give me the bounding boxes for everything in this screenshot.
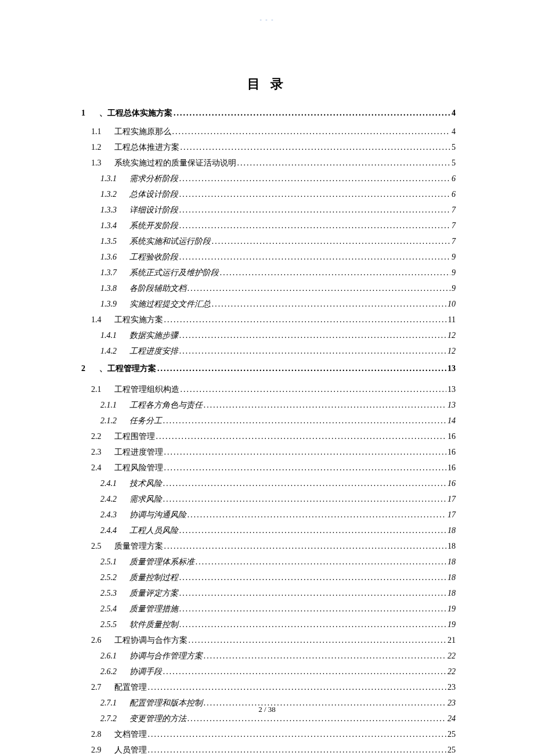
toc-entry[interactable]: 2.6.1协调与合作管理方案22 bbox=[78, 651, 456, 661]
toc-entry-page: 4 bbox=[452, 127, 456, 136]
toc-entry[interactable]: 1.3.4系统开发阶段7 bbox=[78, 221, 456, 231]
toc-entry[interactable]: 1.3系统实施过程的质量保证活动说明5 bbox=[78, 158, 456, 168]
toc-entry-page: 9 bbox=[452, 253, 456, 262]
toc-entry-page: 18 bbox=[448, 557, 456, 567]
toc-entry-page: 23 bbox=[448, 683, 456, 692]
toc-leader-dots bbox=[179, 573, 446, 582]
toc-leader-dots bbox=[163, 667, 446, 676]
toc-entry-number: 1.4 bbox=[91, 315, 102, 325]
toc-entry-label: 工程围管理 bbox=[114, 431, 155, 442]
toc-entry-label: 工程管理组织构造 bbox=[114, 384, 179, 395]
toc-entry[interactable]: 2.4.4工程人员风险18 bbox=[78, 525, 456, 536]
toc-leader-dots bbox=[164, 448, 447, 457]
toc-entry[interactable]: 2.1.2任务分工14 bbox=[78, 416, 456, 426]
toc-entry-page: 7 bbox=[452, 221, 456, 231]
toc-entry-label: 协调与合作管理方案 bbox=[129, 651, 203, 661]
toc-entry[interactable]: 1.3.6工程验收阶段9 bbox=[78, 252, 456, 262]
toc-entry-number: 2.8 bbox=[91, 730, 102, 739]
toc-entry-number: 2.1 bbox=[91, 385, 102, 394]
toc-entry[interactable]: 1.4工程实施方案11 bbox=[78, 315, 456, 325]
toc-entry-page: 12 bbox=[448, 347, 456, 356]
toc-entry[interactable]: 1.3.2总体设计阶段6 bbox=[78, 189, 456, 200]
toc-entry[interactable]: 2.5质量管理方案18 bbox=[78, 541, 456, 552]
toc-leader-dots bbox=[156, 432, 447, 441]
toc-entry[interactable]: 2.7配置管理23 bbox=[78, 682, 456, 693]
toc-entry[interactable]: 1.3.3详细设计阶段7 bbox=[78, 205, 456, 215]
toc-entry-label: 系统开发阶段 bbox=[129, 221, 178, 231]
toc-entry-number: 1.3.5 bbox=[100, 237, 117, 246]
toc-entry-page: 7 bbox=[452, 206, 456, 215]
toc-leader-dots bbox=[212, 237, 450, 246]
toc-entry[interactable]: 1.3.7系统正式运行及维护阶段9 bbox=[78, 268, 456, 278]
toc-entry[interactable]: 1.2工程总体推进方案5 bbox=[78, 142, 456, 153]
toc-entry[interactable]: 2.5.1质量管理体系标准18 bbox=[78, 557, 456, 567]
toc-entry-page: 22 bbox=[448, 651, 456, 661]
toc-entry-label: 、工程总体实施方案 bbox=[99, 108, 172, 118]
toc-entry[interactable]: 2.9人员管理25 bbox=[78, 745, 456, 755]
toc-entry[interactable]: 2.4.3协调与沟通风险17 bbox=[78, 510, 456, 520]
toc-entry[interactable]: 1、工程总体实施方案4 bbox=[78, 108, 456, 118]
toc-entry[interactable]: 2.1.1工程各方角色与责任13 bbox=[78, 400, 456, 411]
toc-entry[interactable]: 2.4.1技术风险16 bbox=[78, 478, 456, 489]
toc-entry[interactable]: 2.5.4质量管理措施19 bbox=[78, 604, 456, 614]
toc-entry[interactable]: 1.3.9实施过程提交文件汇总10 bbox=[78, 299, 456, 309]
toc-leader-dots bbox=[148, 730, 447, 739]
toc-entry[interactable]: 1.1工程实施原那么4 bbox=[78, 127, 456, 137]
toc-entry-page: 5 bbox=[452, 159, 456, 168]
toc-entry[interactable]: 2.7.2变更管理的方法24 bbox=[78, 714, 456, 724]
toc-entry-number: 2.4.2 bbox=[100, 495, 117, 504]
toc-entry-number: 2.5.2 bbox=[100, 573, 117, 582]
toc-leader-dots bbox=[179, 620, 446, 629]
toc-entry-label: 技术风险 bbox=[129, 478, 162, 489]
toc-entry[interactable]: 1.3.5系统实施和试运行阶段7 bbox=[78, 236, 456, 247]
toc-entry[interactable]: 1.3.1需求分析阶段6 bbox=[78, 174, 456, 184]
toc-entry[interactable]: 1.4.1数据实施步骤12 bbox=[78, 330, 456, 341]
toc-entry-label: 软件质量控制 bbox=[129, 620, 178, 630]
toc-entry-label: 协调手段 bbox=[129, 667, 162, 677]
toc-entry-page: 11 bbox=[448, 315, 456, 325]
toc-entry-page: 18 bbox=[448, 526, 456, 535]
toc-entry-page: 16 bbox=[448, 463, 456, 473]
toc-entry-number: 1.4.2 bbox=[100, 347, 117, 356]
toc-entry-label: 协调与沟通风险 bbox=[129, 510, 186, 520]
toc-entry-page: 6 bbox=[452, 190, 456, 199]
toc-leader-dots bbox=[189, 636, 447, 645]
toc-leader-dots bbox=[179, 221, 450, 231]
toc-entry-page: 13 bbox=[448, 401, 456, 410]
toc-entry-number: 1.2 bbox=[91, 143, 102, 152]
toc-entry[interactable]: 2.6.2协调手段22 bbox=[78, 667, 456, 677]
toc-entry[interactable]: 1.4.2工程进度安排12 bbox=[78, 346, 456, 357]
toc-leader-dots bbox=[204, 651, 446, 661]
toc-entry-label: 任务分工 bbox=[129, 416, 162, 426]
toc-entry-number: 2.1.2 bbox=[100, 416, 117, 426]
toc-list: 1、工程总体实施方案41.1工程实施原那么41.2工程总体推进方案51.3系统实… bbox=[78, 108, 456, 755]
toc-entry-number: 2.5 bbox=[91, 542, 102, 551]
toc-entry-page: 7 bbox=[452, 237, 456, 246]
toc-entry[interactable]: 2.8文档管理25 bbox=[78, 729, 456, 740]
toc-entry-label: 详细设计阶段 bbox=[129, 205, 178, 215]
toc-entry[interactable]: 2、工程管理方案13 bbox=[78, 363, 456, 374]
toc-entry[interactable]: 2.5.3质量评定方案18 bbox=[78, 588, 456, 599]
toc-leader-dots bbox=[179, 589, 446, 598]
toc-leader-dots bbox=[157, 364, 446, 373]
toc-entry-number: 2.6 bbox=[91, 636, 102, 645]
toc-entry-number: 1.3.3 bbox=[100, 206, 117, 215]
toc-entry[interactable]: 2.5.2质量控制过程18 bbox=[78, 573, 456, 583]
toc-entry-number: 2.5.5 bbox=[100, 620, 117, 629]
toc-entry-page: 6 bbox=[452, 174, 456, 183]
toc-entry[interactable]: 2.1工程管理组织构造13 bbox=[78, 384, 456, 395]
toc-entry-label: 质量管理措施 bbox=[129, 604, 178, 614]
toc-entry-label: 工程进度安排 bbox=[129, 346, 178, 357]
toc-entry[interactable]: 2.4.2需求风险17 bbox=[78, 494, 456, 505]
toc-entry-number: 1.3.8 bbox=[100, 284, 117, 293]
toc-entry[interactable]: 1.3.8各阶段辅助文档9 bbox=[78, 283, 456, 294]
toc-leader-dots bbox=[164, 315, 447, 325]
toc-leader-dots bbox=[179, 174, 450, 183]
toc-entry[interactable]: 2.6工程协调与合作方案21 bbox=[78, 635, 456, 646]
toc-entry-number: 2.4.4 bbox=[100, 526, 117, 535]
toc-entry[interactable]: 2.4工程风险管理16 bbox=[78, 463, 456, 473]
toc-entry[interactable]: 2.5.5软件质量控制19 bbox=[78, 620, 456, 630]
toc-entry[interactable]: 2.3工程进度管理16 bbox=[78, 447, 456, 458]
toc-entry[interactable]: 2.2工程围管理16 bbox=[78, 431, 456, 442]
toc-leader-dots bbox=[164, 542, 447, 551]
